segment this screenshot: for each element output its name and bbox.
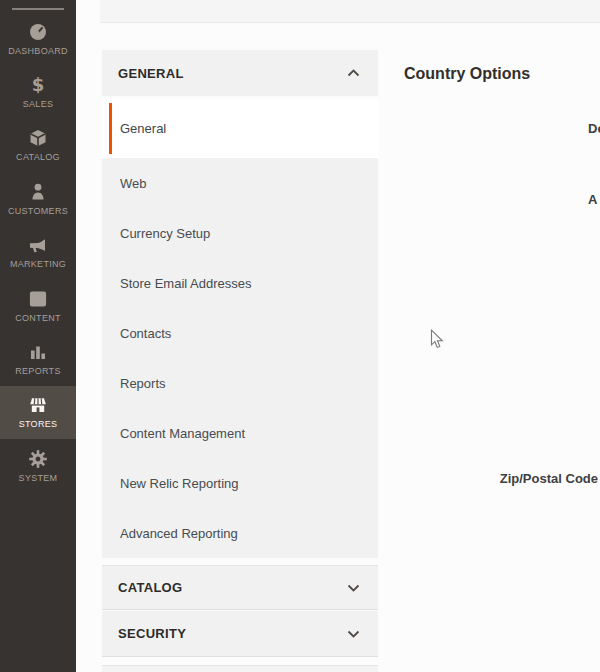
config-item-contacts[interactable]: Contacts <box>102 308 378 358</box>
content-icon <box>28 289 48 309</box>
config-section-label: CATALOG <box>118 580 182 595</box>
sidebar-item-label: SYSTEM <box>19 473 58 483</box>
sidebar-item-customers[interactable]: CUSTOMERS <box>0 172 76 225</box>
system-icon <box>28 449 48 469</box>
config-item-reports[interactable]: Reports <box>102 358 378 408</box>
field-label-zip-postal-code: Zip/Postal Code <box>500 471 598 486</box>
config-item-store-email-addresses[interactable]: Store Email Addresses <box>102 258 378 308</box>
admin-sidebar: DASHBOARD $ SALES CATALOG CUSTOMERS MARK… <box>0 0 76 672</box>
sidebar-item-label: CATALOG <box>16 152 60 162</box>
section-title: Country Options <box>404 65 530 83</box>
field-label-truncated: De <box>588 121 600 136</box>
mouse-cursor <box>430 329 444 354</box>
marketing-icon <box>28 235 48 255</box>
dashboard-icon <box>28 22 48 42</box>
sidebar-item-label: SALES <box>23 99 54 109</box>
config-section-security[interactable]: SECURITY <box>102 611 378 657</box>
config-section-partial[interactable] <box>102 665 378 672</box>
sidebar-item-label: CONTENT <box>15 313 61 323</box>
config-section-nav: GENERAL General Web Currency Setup Store… <box>102 50 378 672</box>
sidebar-item-reports[interactable]: REPORTS <box>0 332 76 385</box>
field-label-truncated: A <box>588 192 597 207</box>
page-header-bar <box>100 0 600 23</box>
config-section-catalog[interactable]: CATALOG <box>102 565 378 610</box>
sidebar-item-content[interactable]: CONTENT <box>0 279 76 332</box>
reports-icon <box>28 342 48 362</box>
magento-logo-partial[interactable] <box>12 8 64 10</box>
config-subsection-list: General Web Currency Setup Store Email A… <box>102 99 378 558</box>
config-item-currency-setup[interactable]: Currency Setup <box>102 208 378 258</box>
sidebar-item-label: MARKETING <box>10 259 66 269</box>
sidebar-item-label: REPORTS <box>15 366 60 376</box>
config-item-new-relic-reporting[interactable]: New Relic Reporting <box>102 458 378 508</box>
customers-icon <box>28 182 48 202</box>
sales-icon: $ <box>28 75 48 95</box>
sidebar-item-label: DASHBOARD <box>8 46 68 56</box>
sidebar-item-label: STORES <box>19 419 58 429</box>
config-section-general[interactable]: GENERAL <box>102 50 378 96</box>
sidebar-item-marketing[interactable]: MARKETING <box>0 226 76 279</box>
chevron-up-icon <box>347 69 360 77</box>
config-item-general[interactable]: General <box>102 99 378 158</box>
sidebar-item-sales[interactable]: $ SALES <box>0 65 76 118</box>
sidebar-item-catalog[interactable]: CATALOG <box>0 119 76 172</box>
config-section-label: SECURITY <box>118 626 186 641</box>
sidebar-item-dashboard[interactable]: DASHBOARD <box>0 12 76 65</box>
config-item-advanced-reporting[interactable]: Advanced Reporting <box>102 508 378 558</box>
stores-icon <box>28 395 48 415</box>
config-item-web[interactable]: Web <box>102 158 378 208</box>
config-section-label: GENERAL <box>118 66 184 81</box>
sidebar-item-system[interactable]: SYSTEM <box>0 439 76 492</box>
chevron-down-icon <box>347 630 360 638</box>
sidebar-item-label: CUSTOMERS <box>8 206 68 216</box>
chevron-down-icon <box>347 584 360 592</box>
svg-text:$: $ <box>32 75 45 95</box>
catalog-icon <box>28 128 48 148</box>
sidebar-item-stores[interactable]: STORES <box>0 386 76 439</box>
config-item-content-management[interactable]: Content Management <box>102 408 378 458</box>
admin-menu: DASHBOARD $ SALES CATALOG CUSTOMERS MARK… <box>0 12 76 493</box>
